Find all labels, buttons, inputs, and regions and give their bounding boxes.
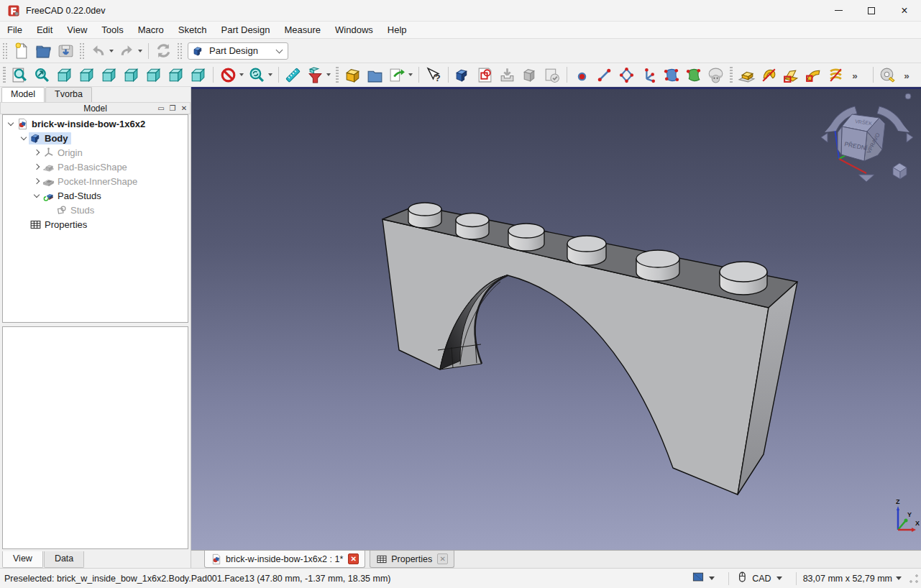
- panel-tab-model[interactable]: Model: [1, 87, 45, 102]
- dropdown-arrow-icon[interactable]: [326, 73, 331, 76]
- map-sketch-button[interactable]: [518, 65, 541, 86]
- maximize-button[interactable]: [855, 0, 888, 21]
- rear-view-button[interactable]: [142, 65, 165, 86]
- dimension-indicator[interactable]: 83,07 mm x 52,79 mm: [803, 574, 902, 584]
- dropdown-arrow-icon[interactable]: [109, 50, 114, 52]
- minimize-button[interactable]: [822, 0, 855, 21]
- left-view-button[interactable]: [187, 65, 209, 86]
- measure-distance-button[interactable]: [282, 65, 304, 86]
- expander-icon[interactable]: [32, 150, 42, 155]
- tree-item-body[interactable]: Body: [3, 131, 188, 145]
- measure-button[interactable]: [876, 65, 899, 86]
- front-view-button[interactable]: [75, 65, 98, 86]
- create-part-button[interactable]: [342, 65, 364, 86]
- menu-tools[interactable]: Tools: [94, 22, 130, 37]
- additive-pipe-button[interactable]: [802, 65, 825, 86]
- tree-item-brick-w-inside-bow-1x6x2[interactable]: brick-w-inside-bow-1x6x2: [3, 116, 188, 131]
- pan-left-arrow[interactable]: [821, 133, 828, 142]
- menu-help[interactable]: Help: [380, 22, 414, 37]
- fit-selection-button[interactable]: [31, 65, 53, 86]
- tree-item-pocket-innershape[interactable]: Pocket-InnerShape: [3, 174, 188, 188]
- render-style-selector[interactable]: [691, 570, 715, 587]
- whats-this-button[interactable]: ?: [422, 65, 444, 86]
- dropdown-arrow-icon[interactable]: [408, 73, 413, 76]
- dropdown-arrow-icon[interactable]: [268, 73, 272, 76]
- expander-icon[interactable]: [19, 137, 29, 139]
- save-button[interactable]: [55, 40, 77, 61]
- additive-loft-button[interactable]: [780, 65, 802, 86]
- make-link-button[interactable]: [386, 65, 415, 86]
- menu-measure[interactable]: Measure: [277, 22, 328, 37]
- document-tab-brick-w-inside-bow-1x6x2-1-[interactable]: brick-w-inside-bow-1x6x2 : 1*✕: [204, 551, 365, 568]
- top-view-button[interactable]: [98, 65, 120, 86]
- dropdown-arrow-icon[interactable]: [138, 50, 142, 52]
- datum-surface-button[interactable]: [682, 65, 705, 86]
- datum-line-button[interactable]: [593, 65, 615, 86]
- refresh-button[interactable]: [152, 40, 175, 61]
- close-button[interactable]: ×: [888, 0, 921, 21]
- attach-sketch-button[interactable]: [496, 65, 518, 86]
- expander-icon[interactable]: [32, 195, 42, 197]
- redo-button[interactable]: [116, 40, 145, 61]
- validate-sketch-button[interactable]: [541, 65, 563, 86]
- new-document-button[interactable]: [10, 40, 32, 61]
- document-tab-properties[interactable]: Properties✕: [370, 551, 454, 568]
- tab-close-button[interactable]: ✕: [348, 553, 359, 564]
- create-body-button[interactable]: [452, 65, 474, 86]
- revolution-button[interactable]: [758, 65, 780, 86]
- tree-item-studs[interactable]: Studs: [3, 203, 188, 217]
- dropdown-arrow-icon[interactable]: [239, 73, 244, 76]
- menu-view[interactable]: View: [60, 22, 94, 37]
- datum-polygon-button[interactable]: [615, 65, 638, 86]
- menu-sketch[interactable]: Sketch: [171, 22, 214, 37]
- create-group-button[interactable]: [364, 65, 386, 86]
- draw-style-button[interactable]: [217, 65, 246, 86]
- create-sketch-button[interactable]: [474, 65, 496, 86]
- workbench-selector[interactable]: Part Design: [188, 42, 288, 60]
- bottom-view-button[interactable]: [165, 65, 187, 86]
- toolbar-overflow[interactable]: »: [899, 65, 921, 86]
- model-brick[interactable]: [382, 203, 797, 495]
- pan-down-arrow[interactable]: [858, 175, 874, 182]
- property-tab-view[interactable]: View: [2, 551, 43, 568]
- pad-button[interactable]: [736, 65, 758, 86]
- expander-icon[interactable]: [32, 165, 42, 169]
- axonometric-view-button[interactable]: [53, 65, 75, 86]
- open-button[interactable]: [32, 40, 55, 61]
- pan-right-arrow[interactable]: [907, 133, 913, 142]
- menu-part-design[interactable]: Part Design: [214, 22, 278, 37]
- nav-mini-cube[interactable]: [893, 163, 907, 179]
- dock-close-button[interactable]: ✕: [178, 104, 190, 114]
- navigation-cube[interactable]: PŘEDNÍ VPRAVO VRŠEK: [821, 93, 913, 182]
- dock-float-button[interactable]: ❐: [167, 104, 178, 114]
- tree-item-pad-studs[interactable]: Pad-Studs: [3, 188, 188, 203]
- right-view-button[interactable]: [120, 65, 142, 86]
- clipping-plane-button[interactable]: [304, 65, 333, 86]
- additive-helix-button[interactable]: [825, 65, 847, 86]
- toolbar-overflow[interactable]: »: [847, 65, 869, 86]
- navigation-style-selector[interactable]: CAD: [736, 571, 782, 586]
- panel-tab-tvorba[interactable]: Tvorba: [45, 87, 92, 102]
- datum-plane-button[interactable]: [660, 65, 682, 86]
- menu-windows[interactable]: Windows: [328, 22, 380, 37]
- nav-orbit-dot[interactable]: [905, 93, 911, 99]
- zoom-tools-button[interactable]: [246, 65, 275, 86]
- resize-grip[interactable]: [909, 574, 919, 584]
- sub-shape-binder-button[interactable]: [705, 65, 727, 86]
- dock-collapse-button[interactable]: ▭: [155, 104, 167, 114]
- tree-item-pad-basicshape[interactable]: Pad-BasicShape: [3, 160, 188, 174]
- undo-button[interactable]: [87, 40, 116, 61]
- menu-file[interactable]: File: [0, 22, 29, 37]
- tree-item-properties[interactable]: Properties: [3, 217, 188, 231]
- fit-all-button[interactable]: [9, 65, 31, 86]
- datum-point-button[interactable]: [571, 65, 593, 86]
- local-coordinate-system-button[interactable]: [638, 65, 660, 86]
- menu-macro[interactable]: Macro: [131, 22, 171, 37]
- expander-icon[interactable]: [32, 179, 42, 183]
- 3d-viewport[interactable]: PŘEDNÍ VPRAVO VRŠEK: [191, 89, 921, 550]
- expander-icon[interactable]: [6, 123, 16, 125]
- property-tab-data[interactable]: Data: [44, 551, 84, 568]
- tree-item-origin[interactable]: Origin: [3, 145, 188, 160]
- menu-edit[interactable]: Edit: [29, 22, 60, 37]
- tab-close-button[interactable]: ✕: [437, 553, 448, 564]
